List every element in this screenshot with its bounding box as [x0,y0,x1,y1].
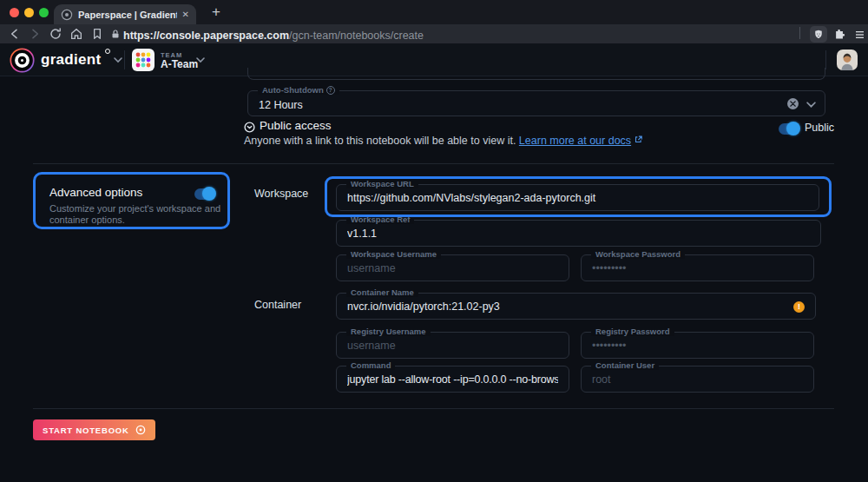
workspace-username-input[interactable] [337,255,569,281]
workspace-password-field[interactable]: Workspace Password [581,254,814,281]
url-path: /gcn-team/notebooks/create [289,30,424,42]
advanced-options-toggle[interactable] [194,188,215,200]
container-section-label: Container [254,299,301,311]
toggle-knob [786,122,800,135]
registry-username-input[interactable] [337,333,569,358]
extensions-puzzle-icon[interactable] [833,28,846,41]
visibility-icon [244,122,255,133]
container-user-input[interactable] [582,366,813,392]
back-icon[interactable] [8,27,22,41]
advanced-options-card: Advanced options Customize your project'… [33,172,230,229]
home-icon[interactable] [69,27,83,41]
container-user-field[interactable]: Container User [581,366,814,393]
mac-close-button[interactable] [10,8,19,17]
registry-password-field[interactable]: Registry Password [581,332,814,359]
workspace-url-input[interactable] [337,185,819,210]
footer-divider [33,408,834,409]
registry-password-input[interactable] [582,333,813,358]
workspace-password-input[interactable] [582,255,813,281]
team-avatar[interactable] [132,49,155,71]
chevron-down-icon[interactable] [196,57,205,63]
browser-tab[interactable]: Paperspace | Gradient Noteboo ✕ [54,4,196,24]
workspace-ref-input[interactable] [337,221,820,246]
gradient-logo[interactable] [10,48,35,73]
bookmark-icon[interactable] [90,27,104,41]
team-name[interactable]: A-Team [161,58,198,70]
command-input[interactable] [337,366,569,392]
tab-title: Paperspace | Gradient Noteboo [78,10,177,20]
section-divider [33,163,834,164]
forward-icon[interactable] [28,27,42,41]
header-divider [124,50,125,69]
mac-maximize-button[interactable] [39,8,49,17]
public-access-title: Public access [260,119,332,132]
chevron-down-icon[interactable] [806,102,816,109]
public-toggle-label: Public [805,122,834,134]
toggle-knob [202,187,216,201]
advanced-options-title: Advanced options [49,186,142,199]
command-field[interactable]: Command [336,366,569,393]
external-link-icon [635,135,642,143]
chevron-down-icon[interactable] [114,57,122,63]
wordmark-superscript-ring [105,49,110,54]
public-toggle[interactable] [779,123,799,135]
start-notebook-button[interactable]: START NOTEBOOK [33,419,155,440]
workspace-section-label: Workspace [254,188,308,200]
container-name-input[interactable] [337,294,815,319]
clear-icon[interactable] [787,98,799,109]
url-domain: https://console.paperspace.com [123,30,289,42]
auto-shutdown-value: 12 Hours [248,91,825,116]
reload-icon[interactable] [49,27,62,41]
start-notebook-icon [135,425,146,435]
tab-close-icon[interactable]: ✕ [182,10,189,19]
tab-strip: Paperspace | Gradient Noteboo ✕ + [0,0,868,24]
workspace-url-field[interactable]: Workspace URL [336,184,819,211]
docs-link[interactable]: Learn more at our docs [519,135,631,147]
workspace-ref-field[interactable]: Workspace Ref [336,220,821,247]
menu-icon[interactable] [854,30,865,40]
start-notebook-label: START NOTEBOOK [43,426,129,435]
warning-icon: ! [793,301,805,313]
gradient-wordmark[interactable]: gradient [41,51,101,69]
paperspace-favicon [61,9,73,21]
toolbar-divider [799,27,800,39]
registry-username-field[interactable]: Registry Username [336,332,569,359]
address-bar[interactable]: https://console.paperspace.com/gcn-team/… [123,30,424,42]
partial-field-above [247,68,825,80]
user-avatar[interactable] [837,50,858,70]
shield-icon[interactable] [810,26,827,43]
new-tab-button[interactable]: + [207,3,226,22]
auto-shutdown-select[interactable]: Auto-Shutdown ? 12 Hours [247,90,825,116]
lock-icon[interactable] [110,29,121,40]
mac-minimize-button[interactable] [24,8,34,17]
browser-window: Paperspace | Gradient Noteboo ✕ + https:… [0,0,868,482]
workspace-username-field[interactable]: Workspace Username [336,254,569,281]
advanced-options-description: Customize your project's workspace and c… [49,203,223,226]
public-access-description: Anyone with a link to this notebook will… [244,135,642,147]
header-divider [825,50,826,69]
container-name-field[interactable]: Container Name ! [336,293,816,320]
